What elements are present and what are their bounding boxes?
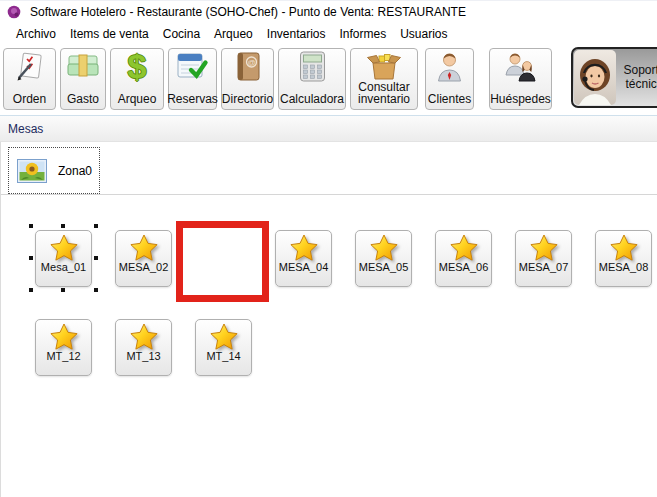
mesas-panel-header: Mesas	[0, 115, 657, 142]
mesa-button-mt-12[interactable]: MT_12	[35, 319, 92, 376]
consultar-inventario-button[interactable]: Consultar inventario	[350, 48, 418, 110]
reservas-label: Reservas	[167, 93, 218, 106]
gasto-label: Gasto	[67, 93, 99, 106]
calculator-icon	[299, 51, 326, 82]
mesa-button-mesa-06[interactable]: MESA_06	[435, 230, 492, 287]
star-icon	[288, 233, 320, 263]
clientes-button[interactable]: Clientes	[425, 48, 474, 110]
huespedes-label: Huéspedes	[490, 93, 551, 106]
menu-arqueo[interactable]: Arqueo	[207, 24, 260, 44]
mesa-button-mt-13[interactable]: MT_13	[115, 319, 172, 376]
mesa-button-mesa-08[interactable]: MESA_08	[595, 230, 652, 287]
selection-handle	[94, 256, 98, 260]
app-window: Software Hotelero - Restaurante (SOHO-Ch…	[0, 0, 657, 497]
star-icon	[48, 233, 80, 263]
directorio-label: Directorio	[222, 93, 273, 106]
selection-handle	[94, 288, 98, 292]
selection-handle	[61, 224, 65, 228]
selection-handle	[29, 224, 33, 228]
star-icon	[128, 322, 160, 352]
huespedes-button[interactable]: Huéspedes	[489, 48, 552, 110]
menu-informes[interactable]: Informes	[333, 24, 394, 44]
mesa-button-mesa-01[interactable]: Mesa_01	[35, 230, 92, 287]
orden-label: Orden	[13, 93, 46, 106]
clientes-label: Clientes	[428, 93, 471, 106]
star-icon	[368, 233, 400, 263]
selection-handle	[29, 256, 33, 260]
soporte-tecnico-button[interactable]: Soporte técnico	[571, 47, 657, 108]
calculadora-button[interactable]: Calculadora	[278, 48, 346, 110]
tab-zona0[interactable]: Zona0	[8, 147, 100, 194]
toolbar: Orden Gasto $ Arqueo	[0, 45, 657, 115]
address-book-icon: @	[233, 51, 263, 82]
two-persons-icon	[504, 51, 538, 82]
selection-handle	[94, 224, 98, 228]
arqueo-label: Arqueo	[118, 93, 157, 106]
annotation-red-highlight-box	[176, 221, 269, 302]
directorio-button[interactable]: @ Directorio	[221, 48, 274, 110]
reservas-button[interactable]: Reservas	[168, 48, 217, 110]
menu-archivo[interactable]: Archivo	[9, 24, 63, 44]
mesa-button-mesa-02[interactable]: MESA_02	[115, 230, 172, 287]
mesa-button-mesa-05[interactable]: MESA_05	[355, 230, 412, 287]
mesas-panel-title: Mesas	[8, 122, 43, 136]
tab-zona0-label: Zona0	[58, 164, 92, 178]
menu-items-de-venta[interactable]: Items de venta	[63, 24, 156, 44]
arqueo-button[interactable]: $ Arqueo	[110, 48, 164, 110]
gasto-button[interactable]: Gasto	[60, 48, 106, 110]
soporte-tecnico-label: Soporte técnico	[616, 64, 657, 92]
svg-text:@: @	[247, 58, 255, 67]
money-icon	[66, 51, 100, 81]
zone-photo-icon	[17, 159, 47, 183]
mesas-content-area: Zona0 Mesa_01 MESA_02 MESA_04 MESA_05	[0, 142, 657, 497]
star-icon	[208, 322, 240, 352]
title-bar: Software Hotelero - Restaurante (SOHO-Ch…	[0, 1, 657, 22]
calendar-check-icon	[176, 51, 210, 82]
star-icon	[448, 233, 480, 263]
mesa-button-mesa-04[interactable]: MESA_04	[275, 230, 332, 287]
person-icon	[436, 51, 463, 82]
selection-handle	[29, 288, 33, 292]
consultar-inventario-label: Consultar inventario	[351, 81, 417, 106]
menu-bar: Archivo Items de venta Cocina Arqueo Inv…	[0, 22, 657, 45]
calculadora-label: Calculadora	[280, 93, 344, 106]
menu-usuarios[interactable]: Usuarios	[393, 24, 454, 44]
dollar-icon: $	[128, 51, 147, 81]
orden-button[interactable]: Orden	[3, 48, 56, 110]
selection-handle	[61, 288, 65, 292]
app-logo-icon	[7, 5, 21, 19]
support-agent-photo	[574, 50, 616, 105]
mesa-button-mesa-07[interactable]: MESA_07	[515, 230, 572, 287]
window-title: Software Hotelero - Restaurante (SOHO-Ch…	[30, 5, 466, 19]
menu-inventarios[interactable]: Inventarios	[260, 24, 333, 44]
star-icon	[608, 233, 640, 263]
open-box-icon	[366, 51, 402, 81]
order-note-icon	[13, 51, 47, 83]
star-icon	[48, 322, 80, 352]
mesa-button-mt-14[interactable]: MT_14	[195, 319, 252, 376]
star-icon	[528, 233, 560, 263]
star-icon	[128, 233, 160, 263]
menu-cocina[interactable]: Cocina	[156, 24, 207, 44]
tab-strip-divider	[1, 194, 657, 195]
